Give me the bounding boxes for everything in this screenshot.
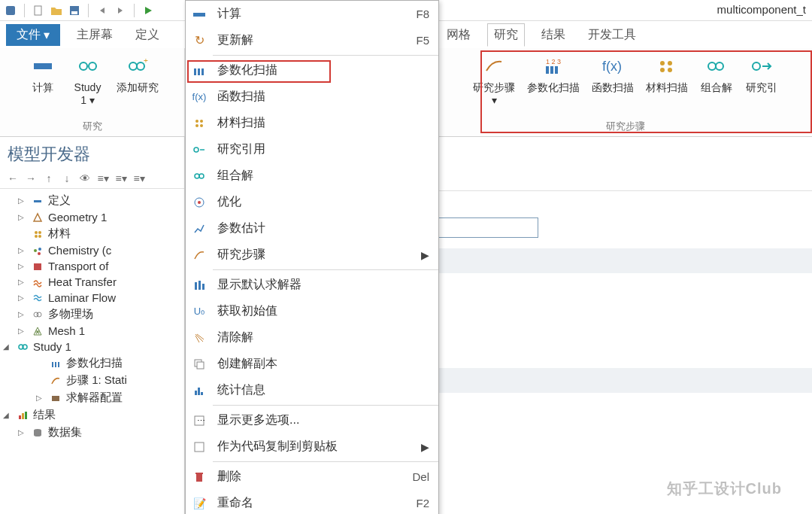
- tab-mesh[interactable]: 网格: [441, 24, 477, 46]
- svg-rect-11: [546, 66, 549, 74]
- svg-text:+: +: [144, 59, 148, 65]
- ribbon-mat-sweep[interactable]: 材料扫描: [640, 51, 694, 94]
- redo-icon[interactable]: [114, 5, 126, 17]
- tree-node[interactable]: ▷Laminar Flow: [0, 290, 184, 306]
- tree-node[interactable]: ◢Study 1: [0, 339, 184, 354]
- eye-icon[interactable]: 👁: [78, 172, 92, 185]
- svg-point-57: [198, 201, 201, 204]
- tree-node[interactable]: 步骤 1: Stati: [0, 372, 184, 389]
- menu-item-stats[interactable]: 统计信息: [186, 377, 438, 403]
- ribbon-combine[interactable]: 组合解: [694, 51, 739, 94]
- ribbon-add-study[interactable]: + 添加研究: [111, 51, 165, 94]
- tree-node[interactable]: ▷数据集: [0, 424, 184, 441]
- study-ref-icon: [750, 54, 774, 78]
- study-icon: [17, 341, 29, 353]
- filter-icon[interactable]: ≡▾: [132, 172, 146, 185]
- svg-point-26: [38, 235, 41, 238]
- param-sweep-icon: [50, 357, 62, 370]
- new-file-icon[interactable]: [32, 5, 44, 17]
- ribbon-study-step[interactable]: 研究步骤 ▾: [467, 51, 521, 107]
- file-menu-button[interactable]: 文件▾: [6, 24, 60, 46]
- transport-icon: [32, 260, 44, 272]
- results-icon: [17, 409, 29, 421]
- nav-back-icon[interactable]: ←: [6, 172, 20, 185]
- menu-item-more[interactable]: ⋯显示更多选项...: [186, 407, 438, 433]
- tab-devtools[interactable]: 开发工具: [582, 24, 642, 46]
- tree-node[interactable]: 材料: [0, 225, 184, 242]
- open-icon[interactable]: [50, 5, 62, 17]
- func-sweep-icon: f(x): [190, 90, 208, 105]
- clear-icon: [190, 330, 208, 345]
- ribbon-func-sweep[interactable]: f(x) 函数扫描: [586, 51, 640, 94]
- svg-rect-62: [197, 362, 204, 369]
- code-icon: [190, 439, 208, 455]
- tab-definitions[interactable]: 定义: [129, 24, 165, 46]
- model-tree[interactable]: ▷定义▷Geometry 1材料▷Chemistry (c▷Transport …: [0, 189, 184, 514]
- solver-icon: [50, 392, 62, 404]
- tree-node[interactable]: ◢结果: [0, 406, 184, 424]
- svg-rect-30: [34, 263, 41, 270]
- tab-home[interactable]: 主屏幕: [71, 24, 119, 46]
- nav-up-icon[interactable]: ↑: [42, 172, 56, 185]
- model-builder-panel: 模型开发器 ← → ↑ ↓ 👁 ≡▾ ≡▾ ≡▾ ▷定义▷Geometry 1材…: [0, 137, 185, 514]
- svg-rect-69: [196, 474, 202, 482]
- menu-item-param-est[interactable]: 参数估计: [186, 215, 438, 242]
- menu-item-refresh[interactable]: ↻更新解F5: [186, 27, 438, 53]
- save-icon[interactable]: [68, 5, 80, 17]
- svg-text:f(x): f(x): [602, 59, 622, 74]
- refresh-icon: ↻: [190, 33, 208, 48]
- svg-rect-47: [198, 68, 200, 75]
- run-icon[interactable]: [142, 5, 154, 17]
- menu-item-optimize[interactable]: 优化: [186, 189, 438, 215]
- menu-item-rename[interactable]: 📝重命名F2: [186, 490, 438, 514]
- tree-node[interactable]: ▷Heat Transfer: [0, 274, 184, 290]
- svg-rect-68: [195, 443, 204, 452]
- tree-node[interactable]: ▷多物理场: [0, 306, 184, 323]
- svg-point-7: [129, 62, 137, 70]
- tree-node[interactable]: ▷Chemistry (c: [0, 242, 184, 258]
- svg-point-25: [35, 235, 38, 238]
- menu-item-copy-sol[interactable]: 创建解副本: [186, 351, 438, 377]
- tab-results[interactable]: 结果: [535, 24, 571, 46]
- menu-item-clear[interactable]: 清除解: [186, 324, 438, 351]
- menu-item-solver-show[interactable]: 显示默认求解器: [186, 272, 438, 298]
- menu-item-delete[interactable]: 删除Del: [186, 464, 438, 490]
- ribbon-study-ref[interactable]: 研究引: [739, 51, 784, 94]
- menu-item-study-ref[interactable]: 研究引用: [186, 136, 438, 163]
- chem-icon: [32, 245, 44, 257]
- collapse-icon[interactable]: ≡▾: [96, 172, 110, 185]
- menu-item-step[interactable]: 研究步骤▶: [186, 242, 438, 268]
- undo-icon[interactable]: [96, 5, 108, 17]
- ribbon-compute[interactable]: 计算: [20, 51, 65, 94]
- svg-point-27: [34, 249, 37, 252]
- expand-icon[interactable]: ≡▾: [114, 172, 128, 185]
- mesh-icon: [32, 325, 44, 337]
- svg-rect-0: [6, 6, 15, 15]
- menu-item-combine[interactable]: 组合解: [186, 163, 438, 189]
- ribbon-param-sweep[interactable]: 1 2 3 参数化扫描: [521, 51, 586, 94]
- tab-study[interactable]: 研究: [487, 23, 525, 47]
- svg-rect-39: [19, 415, 21, 419]
- tree-node[interactable]: ▷定义: [0, 192, 184, 209]
- nav-down-icon[interactable]: ↓: [60, 172, 74, 185]
- svg-point-23: [35, 231, 38, 234]
- svg-point-55: [199, 174, 204, 178]
- menu-item-func-sweep[interactable]: f(x)函数扫描: [186, 84, 438, 110]
- flow-icon: [32, 292, 44, 304]
- ribbon-study-select[interactable]: Study 1 ▾: [65, 51, 111, 107]
- multi-icon: [32, 309, 44, 321]
- tree-node[interactable]: ▷Transport of: [0, 258, 184, 274]
- tree-node[interactable]: ▷Mesh 1: [0, 323, 184, 339]
- tree-node[interactable]: ▷求解器配置: [0, 389, 184, 406]
- optimize-icon: [190, 195, 208, 210]
- tree-node[interactable]: 参数化扫描: [0, 354, 184, 372]
- menu-item-param-sweep[interactable]: 参数化扫描: [186, 57, 438, 84]
- tree-node[interactable]: ▷Geometry 1: [0, 209, 184, 225]
- menu-item-mat-sweep[interactable]: 材料扫描: [186, 110, 438, 136]
- menu-item-compute[interactable]: 计算F8: [186, 1, 438, 27]
- svg-rect-3: [71, 11, 77, 14]
- menu-item-init[interactable]: U₀获取初始值: [186, 298, 438, 324]
- menu-item-code[interactable]: 作为代码复制到剪贴板▶: [186, 433, 438, 460]
- nav-fwd-icon[interactable]: →: [24, 172, 38, 185]
- chevron-down-icon: ▾: [44, 28, 50, 42]
